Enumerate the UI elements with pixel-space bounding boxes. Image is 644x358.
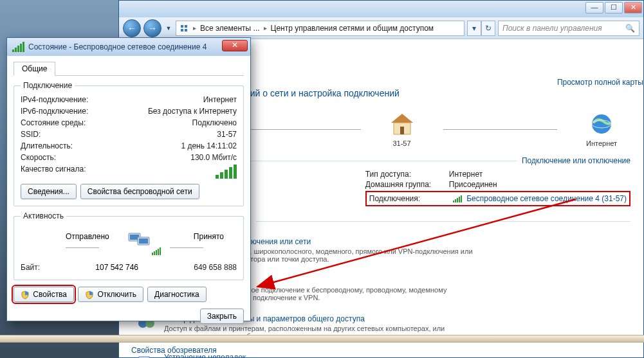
dialog-title: Состояние - Беспроводное сетевое соедине… [28,42,207,51]
nav-back-button[interactable]: ← [123,19,141,37]
access-type-label: Тип доступа: [365,170,443,179]
disable-button[interactable]: Отключить [78,287,143,302]
svg-rect-27 [139,238,148,244]
node-internet: Интернет [573,111,630,147]
signal-bars-icon [152,247,161,255]
close-button[interactable]: Закрыть [200,309,244,324]
signal-bars-icon [453,195,462,202]
signal-quality-label: Качество сигнала: [21,165,86,179]
speed-label: Скорость: [21,153,56,162]
window-minimize-button[interactable]: — [585,2,603,13]
chevron-right-icon: ▸ [261,24,270,31]
ipv6-value: Без доступа к Интернету [148,107,237,116]
activity-fieldset: Активность Отправлено Принято Байт: [14,211,244,280]
ssid-value: 31-57 [217,130,237,139]
node-router: 31-57 [376,111,428,147]
media-state-label: Состояние среды: [21,118,86,127]
homegroup-link[interactable]: Присоединен [449,180,497,189]
nav-forward-button[interactable]: → [143,19,161,37]
connect-disconnect-link[interactable]: Подключение или отключение [522,156,630,165]
connection-legend: Подключение [21,81,75,90]
house-icon [387,111,417,137]
svg-rect-1 [185,25,187,28]
window-maximize-button[interactable]: ☐ [605,2,623,13]
ipv4-label: IPv4-подключение: [21,95,88,104]
map-segment [443,129,558,130]
dialog-close-button[interactable]: ✕ [222,40,248,51]
details-button[interactable]: Сведения... [21,184,77,199]
diagnostics-button[interactable]: Диагностика [147,287,207,302]
ipv6-label: IPv6-подключение: [21,107,88,116]
address-bar: ← → ▼ ▸ Все элементы ... ▸ Центр управле… [119,17,643,39]
node-label: 31-57 [376,139,428,147]
activity-legend: Активность [21,211,66,220]
ipv4-value: Интернет [203,95,237,104]
connection-link[interactable]: Беспроводное сетевое соединение 4 (31-57… [466,194,627,203]
tab-general[interactable]: Общие [14,62,55,76]
duration-value: 1 день 14:11:02 [181,141,237,150]
svg-rect-0 [181,25,183,28]
connections-highlight: Подключения: Беспроводное сетевое соедин… [365,191,630,206]
chevron-right-icon: ▸ [190,24,199,31]
signal-bars-icon [12,42,24,52]
network-details: Тип доступа: Интернет Домашняя группа: П… [365,169,630,206]
desktop-background [0,335,644,343]
breadcrumb-dropdown-button[interactable]: ▾ [467,21,481,36]
speed-value: 130.0 Мбит/с [190,153,237,162]
breadcrumb[interactable]: ▸ Все элементы ... ▸ Центр управления се… [176,21,465,36]
ssid-label: SSID: [21,130,41,139]
properties-button-label: Свойства [33,290,67,299]
disable-button-label: Отключить [97,290,136,299]
connection-status-dialog: Состояние - Беспроводное сетевое соедине… [6,37,251,321]
duration-label: Длительность: [21,141,73,150]
shield-icon [85,291,94,300]
dialog-titlebar: Состояние - Беспроводное сетевое соедине… [7,38,250,56]
view-full-map-link[interactable]: Просмотр полной карты [557,78,643,87]
connections-label: Подключения: [369,194,446,203]
search-icon: 🔍 [625,24,635,33]
tabstrip: Общие [14,61,244,76]
bytes-received-value: 649 658 888 [194,263,237,272]
window-titlebar: — ☐ ✕ [119,1,643,17]
received-label: Принято [194,232,224,241]
node-label: Интернет [573,139,630,147]
search-placeholder: Поиск в панели управления [502,24,602,33]
svg-marker-8 [391,114,413,123]
properties-button[interactable]: Свойства [14,287,74,302]
shield-icon [21,291,30,300]
bytes-label: Байт: [21,263,40,272]
svg-rect-3 [185,29,187,31]
homegroup-label: Домашняя группа: [365,180,443,189]
search-input[interactable]: Поиск в панели управления 🔍 [498,21,639,36]
media-state-value: Подключено [192,118,237,127]
wireless-properties-button[interactable]: Свойства беспроводной сети [80,184,199,199]
breadcrumb-item[interactable]: Все элементы ... [200,24,260,33]
sent-label: Отправлено [66,232,109,241]
computers-icon [126,229,152,251]
connection-fieldset: Подключение IPv4-подключение:Интернет IP… [14,81,244,206]
svg-rect-2 [181,29,183,31]
window-close-button[interactable]: ✕ [624,2,642,13]
map-segment [246,129,361,130]
network-center-icon [179,23,189,33]
browser-properties-link[interactable]: Свойства обозревателя [131,346,217,355]
refresh-button[interactable]: ↻ [481,21,495,36]
svg-rect-10 [400,127,404,134]
breadcrumb-item[interactable]: Центр управления сетями и общим доступом [271,24,434,33]
globe-icon [587,111,616,137]
nav-history-dropdown[interactable]: ▼ [164,21,173,36]
access-type-value: Интернет [449,170,483,179]
signal-bars-icon [216,165,237,179]
bytes-sent-value: 107 542 746 [40,263,194,272]
